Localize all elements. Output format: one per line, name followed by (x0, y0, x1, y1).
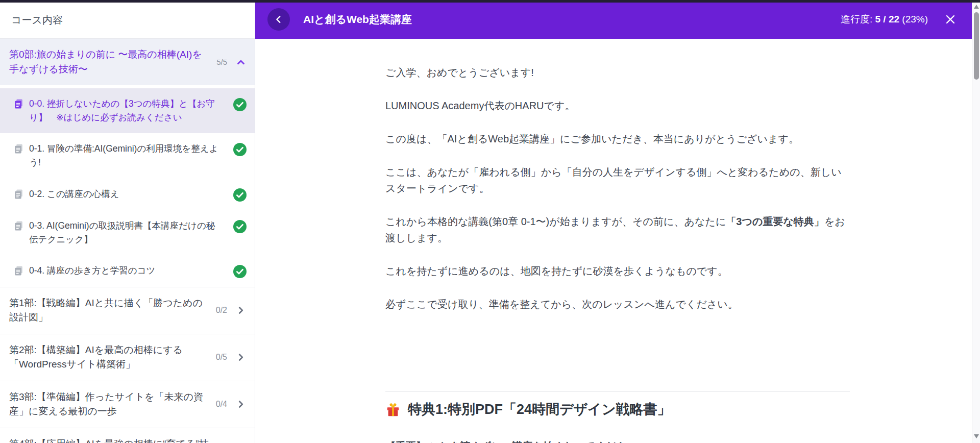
section-header-part3[interactable]: 第3部:【準備編】作ったサイトを「未来の資産」に変える最初の一歩 0/4 (0, 381, 255, 428)
section-label: 第4部:【応用編】AIを最強の相棒に“育てる”技術 (9, 437, 211, 443)
section-divider (385, 391, 850, 392)
lesson-item-0-4[interactable]: 0-4. 講座の歩き方と学習のコツ (0, 255, 255, 287)
completed-check-icon (233, 98, 247, 111)
progress-percent: (23%) (899, 14, 928, 24)
paragraph: ここは、あなたが「雇われる側」から「自分の人生をデザインする側」へと変わるための… (385, 164, 850, 196)
document-icon (13, 189, 24, 200)
section-progress-count: 0/4 (216, 400, 227, 409)
lesson-item-0-1[interactable]: 0-1. 冒険の準備:AI(Gemini)の利用環境を整えよう! (0, 133, 255, 178)
section-label: 第2部:【構築編】AIを最高の相棒にする「WordPressサイト構築術」 (9, 343, 211, 372)
lesson-item-0-0[interactable]: 0-0. 挫折しないための【3つの特典】と【お守り】 ※はじめに必ずお読みくださ… (0, 88, 255, 133)
lesson-item-0-3[interactable]: 0-3. AI(Gemini)の取扱説明書【本講座だけの秘伝テクニック】 (0, 210, 255, 255)
section-label: 第0部:旅の始まりの前に 〜最高の相棒(AI)を手なずける技術〜 (9, 47, 211, 77)
section-progress-count: 0/5 (216, 353, 227, 362)
lesson-label: 0-0. 挫折しないための【3つの特典】と【お守り】 ※はじめに必ずお読みくださ… (29, 97, 228, 125)
progress-label: 進行度: (841, 14, 875, 24)
progress-indicator: 進行度: 5 / 22 (23%) (841, 13, 928, 26)
lesson-main-area: AIと創るWeb起業講座 進行度: 5 / 22 (23%) ご入学、おめでとう… (255, 0, 980, 443)
chevron-right-icon (235, 305, 247, 316)
paragraph: これを持たずに進めるのは、地図を持たずに砂漠を歩くようなものです。 (385, 263, 850, 279)
important-warning-text: 【重要】 これを読まずに、講座を始めないでください (385, 438, 850, 443)
course-header: AIと創るWeb起業講座 進行度: 5 / 22 (23%) (255, 0, 980, 39)
bonus1-heading-text: 特典1:特別PDF「24時間デザイン戦略書」 (408, 401, 671, 417)
paragraph-bold-text: 「3つの重要な特典」 (726, 216, 824, 227)
lesson-label: 0-4. 講座の歩き方と学習のコツ (29, 264, 228, 278)
scrollbar-up-arrow[interactable] (974, 5, 979, 9)
paragraph: この度は、「AIと創るWeb起業講座」にご参加いただき、本当にありがとうございま… (385, 131, 850, 147)
course-player-window: コース内容 第0部:旅の始まりの前に 〜最高の相棒(AI)を手なずける技術〜 5… (0, 0, 980, 443)
lesson-label: 0-1. 冒険の準備:AI(Gemini)の利用環境を整えよう! (29, 142, 228, 169)
lesson-item-0-2[interactable]: 0-2. この講座の心構え (0, 179, 255, 210)
lesson-list: 0-0. 挫折しないための【3つの特典】と【お守り】 ※はじめに必ずお読みくださ… (0, 88, 255, 287)
scrollbar-down-arrow[interactable] (974, 434, 979, 438)
course-contents-sidebar: コース内容 第0部:旅の始まりの前に 〜最高の相棒(AI)を手なずける技術〜 5… (0, 0, 255, 443)
completed-check-icon (233, 265, 247, 278)
completed-check-icon (233, 143, 247, 156)
paragraph: これから本格的な講義(第0章 0-1〜)が始まりますが、その前に、あなたに「3つ… (385, 213, 850, 246)
document-icon (13, 143, 24, 154)
chevron-left-icon (273, 14, 284, 25)
section-progress-count: 5/5 (216, 58, 227, 66)
close-icon (944, 13, 957, 26)
progress-value: 5 / 22 (875, 14, 899, 24)
scrollbar-thumb[interactable] (974, 12, 979, 80)
window-top-border (0, 0, 980, 3)
paragraph-text: これから本格的な講義(第0章 0-1〜)が始まりますが、その前に、あなたに (385, 216, 726, 227)
lesson-label: 0-3. AI(Gemini)の取扱説明書【本講座だけの秘伝テクニック】 (29, 219, 228, 247)
close-button[interactable] (943, 12, 958, 27)
section-progress-count: 0/2 (216, 306, 227, 315)
section-label: 第1部:【戦略編】AIと共に描く「勝つための設計図」 (9, 296, 211, 325)
chevron-up-icon (235, 57, 247, 68)
lesson-label: 0-2. この講座の心構え (29, 187, 228, 201)
section-header-part4[interactable]: 第4部:【応用編】AIを最強の相棒に“育てる”技術 0/5 (0, 428, 255, 443)
document-icon (13, 220, 24, 231)
section-header-part0[interactable]: 第0部:旅の始まりの前に 〜最高の相棒(AI)を手なずける技術〜 5/5 (0, 39, 255, 85)
lesson-article: ご入学、おめでとうございます! LUMINOUS Academy代表のHARUで… (385, 39, 850, 443)
course-title: AIと創るWeb起業講座 (303, 12, 841, 27)
lesson-content-scroll-area[interactable]: ご入学、おめでとうございます! LUMINOUS Academy代表のHARUで… (255, 39, 980, 443)
section-label: 第3部:【準備編】作ったサイトを「未来の資産」に変える最初の一歩 (9, 390, 211, 419)
bonus1-heading: 特典1:特別PDF「24時間デザイン戦略書」 (385, 401, 850, 417)
chevron-right-icon (235, 399, 247, 410)
paragraph: ご入学、おめでとうございます! (385, 64, 850, 81)
section-header-part1[interactable]: 第1部:【戦略編】AIと共に描く「勝つための設計図」 0/2 (0, 287, 255, 334)
back-button[interactable] (267, 8, 290, 31)
vertical-scrollbar[interactable] (972, 0, 980, 443)
paragraph: 必ずここで受け取り、準備を整えてから、次のレッスンへ進んでください。 (385, 296, 850, 312)
vertical-spacer (385, 329, 850, 391)
document-icon (13, 99, 24, 109)
chevron-right-icon (235, 352, 247, 363)
completed-check-icon (233, 220, 247, 233)
sidebar-title: コース内容 (0, 0, 255, 39)
completed-check-icon (233, 188, 247, 202)
document-icon (13, 265, 24, 276)
section-header-part2[interactable]: 第2部:【構築編】AIを最高の相棒にする「WordPressサイト構築術」 0/… (0, 334, 255, 381)
gift-icon (385, 402, 401, 417)
paragraph: LUMINOUS Academy代表のHARUです。 (385, 97, 850, 114)
